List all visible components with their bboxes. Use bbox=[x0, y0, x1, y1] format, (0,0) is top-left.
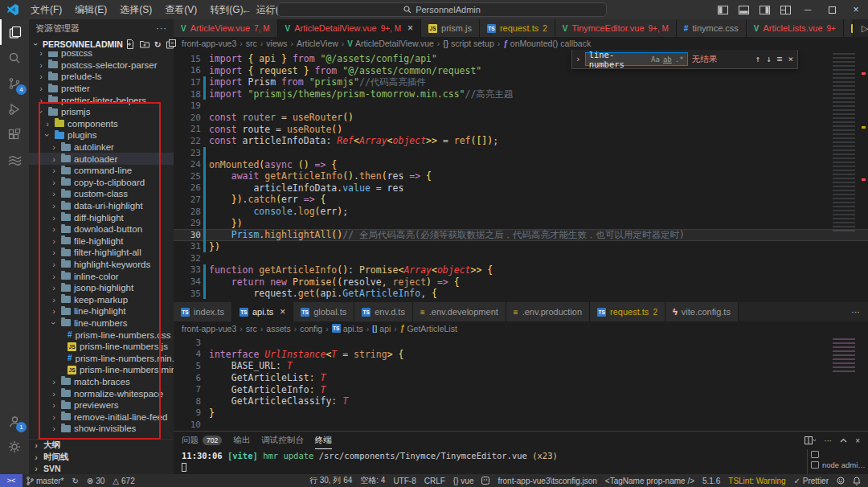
panel-tab-item[interactable]: 终端 bbox=[315, 432, 332, 449]
code-line[interactable]: 23 bbox=[174, 147, 868, 159]
code-line[interactable]: 4interface UrlInstance<T = string> { bbox=[174, 349, 868, 361]
code-line[interactable]: 21const route = useRoute() bbox=[174, 124, 868, 136]
search-icon[interactable] bbox=[0, 45, 29, 71]
panel-tab-item[interactable]: 调试控制台 bbox=[261, 432, 304, 449]
tree-item-plugins[interactable]: ›plugins bbox=[29, 129, 174, 141]
bell-icon[interactable] bbox=[849, 474, 865, 487]
tree-item-remove-initial-line-feed[interactable]: ›remove-initial-line-feed bbox=[29, 411, 174, 423]
breadcrumb-item-front-app-vue3[interactable]: front-app-vue3 bbox=[182, 324, 236, 334]
tree-item-diff-highlight[interactable]: ›diff-highlight bbox=[29, 211, 174, 223]
code-line[interactable]: 35 request.get(api.GetArticleInfo, { bbox=[174, 288, 868, 300]
project-section-header[interactable]: › PERSONNELADMIN ↻ bbox=[29, 37, 174, 51]
section-header-item[interactable]: ›大纲 bbox=[29, 440, 174, 452]
tree-item-postcss-selector-parser[interactable]: ›postcss-selector-parser bbox=[29, 59, 174, 72]
status-remote[interactable]: >< bbox=[0, 474, 23, 487]
status-indentation[interactable]: 空格: 4 bbox=[356, 474, 389, 487]
more-actions-icon[interactable]: ··· bbox=[843, 302, 868, 321]
tree-item-prism-line-numbers-min-css[interactable]: #prism-line-numbers.min.css bbox=[29, 352, 174, 364]
status-cursor-position[interactable]: 行 30, 列 64 bbox=[305, 474, 356, 487]
code-line[interactable]: 5 BASE_URL: T bbox=[174, 360, 868, 372]
close-panel-icon[interactable]: × bbox=[855, 436, 860, 445]
code-line[interactable]: 10 bbox=[174, 419, 868, 431]
tree-item-jsonp-highlight[interactable]: ›jsonp-highlight bbox=[29, 282, 174, 294]
collapse-all-icon[interactable] bbox=[166, 39, 176, 49]
terminal-list-item[interactable] bbox=[811, 451, 866, 458]
status-git-branch[interactable]: master* bbox=[23, 474, 68, 487]
tree-item-inline-color[interactable]: ›inline-color bbox=[29, 270, 174, 282]
settings-gear-icon[interactable] bbox=[0, 434, 29, 460]
code-line[interactable]: 27 }).catch(err => { bbox=[174, 194, 868, 206]
find-input[interactable]: line-numbers Aa ab .* bbox=[585, 52, 688, 66]
tree-item-line-numbers[interactable]: ›line-numbers bbox=[29, 317, 174, 329]
status-encoding[interactable]: UTF-8 bbox=[389, 474, 420, 487]
status-prettier[interactable]: ✓ Prettier bbox=[790, 474, 833, 487]
refresh-icon[interactable]: ↻ bbox=[154, 39, 162, 49]
code-line[interactable]: 6 GetArticleList: T bbox=[174, 372, 868, 384]
extensions-icon[interactable] bbox=[0, 122, 29, 148]
code-line[interactable]: 34 return new Promise((resolve, reject) … bbox=[174, 276, 868, 288]
breadcrumb-item-src[interactable]: src bbox=[246, 39, 257, 48]
tree-item-line-highlight[interactable]: ›line-highlight bbox=[29, 305, 174, 317]
breadcrumb-item-views[interactable]: views bbox=[266, 39, 287, 48]
code-line[interactable]: 3 bbox=[174, 337, 868, 349]
find-in-selection-icon[interactable]: ≡ bbox=[776, 54, 784, 64]
breadcrumb-item-api[interactable]: []api bbox=[372, 324, 391, 334]
code-line[interactable]: 28 console.log(err); bbox=[174, 206, 868, 218]
tree-item-postcss[interactable]: ›postcss bbox=[29, 51, 174, 59]
breadcrumb-item-getarticlelist[interactable]: ƒGetArticleList bbox=[400, 324, 457, 334]
tree-item-custom-class[interactable]: ›custom-class bbox=[29, 188, 174, 200]
tree-item-autolinker[interactable]: ›autolinker bbox=[29, 141, 174, 153]
regex-icon[interactable]: .* bbox=[675, 55, 684, 63]
tab-request-ts[interactable]: TSrequest.ts2 bbox=[590, 302, 665, 321]
more-actions-icon[interactable]: ··· bbox=[156, 23, 167, 33]
command-center[interactable]: PersonnelAdmin bbox=[277, 2, 607, 17]
status-errors[interactable]: ⊗30 bbox=[83, 474, 109, 487]
tree-item-prismjs[interactable]: ›prismjs bbox=[29, 106, 174, 118]
breadcrumb-item-src[interactable]: src bbox=[246, 324, 257, 334]
tree-item-data-uri-highlight[interactable]: ›data-uri-highlight bbox=[29, 200, 174, 212]
menu-item-v[interactable]: 查看(V) bbox=[159, 2, 203, 18]
tree-item-components[interactable]: ›components bbox=[29, 118, 174, 130]
explorer-icon[interactable] bbox=[0, 19, 29, 45]
feedback-icon[interactable] bbox=[833, 474, 849, 487]
tab-request-ts[interactable]: TSrequest.ts2 bbox=[480, 19, 555, 37]
code-line[interactable]: 22const articleInfoData: Ref<Array<objec… bbox=[174, 135, 868, 147]
code-line[interactable]: 25 await getArticleInfo().then(res => { bbox=[174, 170, 868, 182]
breadcrumb-item-onmounted-callback[interactable]: ƒonMounted() callback bbox=[503, 39, 591, 48]
tree-item-keep-markup[interactable]: ›keep-markup bbox=[29, 293, 174, 305]
close-icon[interactable]: × bbox=[787, 54, 794, 64]
tab-index-ts[interactable]: TSindex.ts bbox=[174, 302, 232, 321]
section-header-svn[interactable]: ›SVN bbox=[29, 463, 174, 475]
code-line[interactable]: 8 GetArticleClassify: T bbox=[174, 395, 868, 407]
code-line[interactable]: 19 bbox=[174, 100, 868, 112]
next-match-icon[interactable]: ↓ bbox=[765, 54, 772, 64]
more-actions-icon[interactable]: ··· bbox=[824, 436, 832, 445]
tree-item-command-line[interactable]: ›command-line bbox=[29, 165, 174, 177]
tab-a[interactable]: JSa bbox=[844, 19, 854, 37]
tab-tinymce-css[interactable]: #tinymce.css bbox=[677, 19, 747, 37]
toggle-secondary-sidebar-icon[interactable] bbox=[754, 0, 775, 19]
terminal-list-item[interactable]: node admi… bbox=[811, 460, 866, 469]
status-tag-helper[interactable]: <TagName prop-name /> bbox=[601, 474, 698, 487]
close-button[interactable]: × bbox=[844, 0, 868, 19]
tree-item-prettier-linter-helpers[interactable]: ›prettier-linter-helpers bbox=[29, 94, 174, 106]
minimize-button[interactable]: ─ bbox=[796, 0, 820, 19]
code-line[interactable]: 17import Prism from "prismjs"//代码高亮插件 bbox=[174, 76, 868, 88]
tree-item-autoloader[interactable]: ›autoloader bbox=[29, 153, 174, 165]
toggle-panel-icon[interactable] bbox=[733, 0, 754, 19]
status-ts-version[interactable]: 5.1.6 bbox=[698, 474, 724, 487]
code-line[interactable]: 18import "prismjs/themes/prism-tomorrow.… bbox=[174, 88, 868, 100]
tab-env-d-ts[interactable]: TSenv.d.ts bbox=[354, 302, 413, 321]
match-case-icon[interactable]: Aa bbox=[651, 55, 660, 63]
run-icon[interactable]: ▷ bbox=[862, 23, 868, 34]
code-editor-top[interactable]: 15import { api } from "@/assets/config/a… bbox=[174, 50, 868, 302]
status-language-mode[interactable]: {} vue bbox=[449, 474, 478, 487]
tab-api-ts[interactable]: TSapi.ts× bbox=[232, 302, 293, 321]
code-line[interactable]: 30 Prism.highlightAll()// 全局代码高亮(必须等获取数据… bbox=[174, 229, 868, 241]
code-line[interactable]: 32 bbox=[174, 252, 868, 264]
new-folder-icon[interactable] bbox=[140, 40, 149, 48]
customize-layout-icon[interactable] bbox=[775, 0, 796, 19]
close-icon[interactable]: × bbox=[280, 306, 285, 317]
minimap-bottom[interactable] bbox=[833, 338, 855, 374]
forward-icon[interactable]: → bbox=[263, 4, 273, 16]
